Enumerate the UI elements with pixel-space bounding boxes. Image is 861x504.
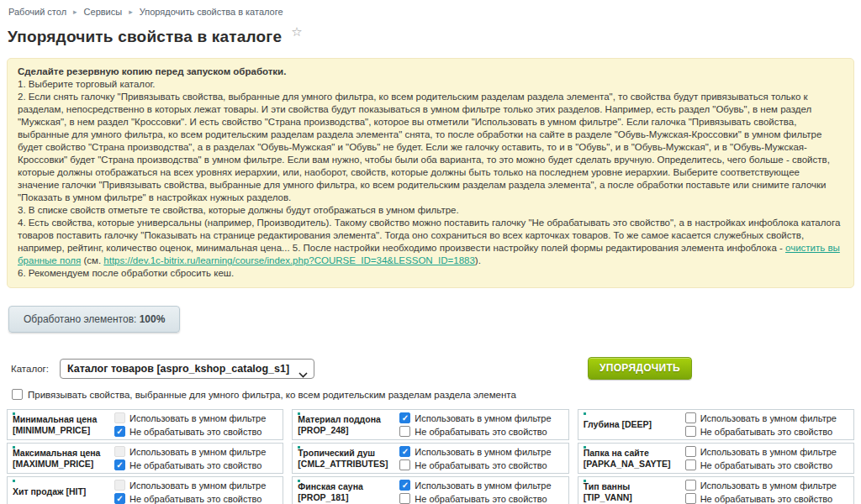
breadcrumb-item-services[interactable]: Сервисы [84,7,123,17]
use-in-filter-label: Использовать в умном фильтре [129,447,266,457]
breadcrumb-item-current[interactable]: Упорядочить свойства в каталоге [140,7,283,17]
property-cell: Тип ванны [TIP_VANN] ✓Использовать в умн… [578,476,854,504]
use-in-filter-checkbox[interactable]: ✓ [685,412,696,423]
checkbox-stack: ✓Использовать в умном фильтре ✓Не обраба… [114,480,266,504]
property-title: Материал поддона [298,414,381,424]
checkbox-stack: ✓Использовать в умном фильтре ✓Не обраба… [685,480,837,504]
use-in-filter-checkbox[interactable]: ✓ [114,446,125,457]
use-in-filter-label: Использовать в умном фильтре [129,480,266,491]
page-title: Упорядочить свойства в каталоге [8,28,282,45]
property-title: Хит продаж [13,486,64,496]
use-in-filter-row[interactable]: ✓Использовать в умном фильтре [114,480,266,491]
property-title: Максимальная цена [13,448,100,458]
property-code: [TIP_VANN] [584,492,632,502]
properties-grid: Минимальная цена [MINIMUM_PRICE] ✓Исполь… [7,409,854,504]
order-button[interactable]: УПОРЯДОЧИТЬ [588,357,692,380]
catalog-select[interactable]: Каталог товаров [aspro_kshop_catalog_s1] [60,359,314,379]
use-in-filter-label: Использовать в умном фильтре [415,413,551,423]
checkbox-stack: ✓Использовать в умном фильтре ✓Не обраба… [114,446,266,470]
step4-text: ). [475,255,481,265]
instruction-step-6: 6. Рекомендуем после обработки сбросить … [18,267,843,280]
skip-property-checkbox[interactable]: ✓ [114,459,125,470]
property-cell: Тропический душ [CML2_ATTRIBUTES] ✓Испол… [292,443,568,474]
use-in-filter-checkbox[interactable]: ✓ [114,412,125,423]
property-cell: Минимальная цена [MINIMUM_PRICE] ✓Исполь… [7,409,283,440]
use-in-filter-checkbox[interactable]: ✓ [399,446,410,457]
property-title: Минимальная цена [13,414,97,424]
use-in-filter-checkbox[interactable]: ✓ [685,480,696,491]
property-dot-icon [298,446,300,449]
breadcrumb-item-desktop[interactable]: Рабочий стол [8,7,66,17]
bind-properties-checkbox-row[interactable]: ✓ Привязывать свойства, выбранные для ум… [12,389,854,400]
checkbox-stack: ✓Использовать в умном фильтре ✓Не обраба… [399,412,551,437]
property-name: Тип ванны [TIP_VANN] [584,481,678,502]
use-in-filter-checkbox[interactable]: ✓ [399,480,410,491]
skip-property-row[interactable]: ✓Не обрабатывать это свойство [114,426,266,437]
favorite-star-icon[interactable]: ☆ [291,24,302,39]
property-code: [MAXIMUM_PRICE] [13,459,93,469]
use-in-filter-row[interactable]: ✓Использовать в умном фильтре [114,446,266,457]
skip-property-checkbox[interactable]: ✓ [114,426,125,437]
checkbox-stack: ✓Использовать в умном фильтре ✓Не обраба… [114,412,266,437]
skip-property-label: Не обрабатывать это свойство [415,460,547,470]
skip-property-checkbox[interactable]: ✓ [114,493,125,504]
skip-property-checkbox[interactable]: ✓ [685,493,696,504]
skip-property-row[interactable]: ✓Не обрабатывать это свойство [685,459,837,470]
property-cell: Папка на сайте [PAPKA_NA_SAYTE] ✓Использ… [578,443,854,474]
skip-property-checkbox[interactable]: ✓ [685,459,696,470]
property-code: [CML2_ATTRIBUTES] [298,459,388,469]
skip-property-checkbox[interactable]: ✓ [399,493,410,504]
title-row: Упорядочить свойства в каталоге☆ [7,24,854,46]
use-in-filter-row[interactable]: ✓Использовать в умном фильтре [114,412,266,423]
property-dot-icon [584,412,586,415]
skip-property-row[interactable]: ✓Не обрабатывать это свойство [114,493,266,504]
bind-properties-checkbox[interactable]: ✓ [12,389,23,400]
use-in-filter-checkbox[interactable]: ✓ [114,480,125,491]
property-cell: Хит продаж [HIT] ✓Использовать в умном ф… [7,476,283,504]
use-in-filter-row[interactable]: ✓Использовать в умном фильтре [399,412,551,423]
checkbox-stack: ✓Использовать в умном фильтре ✓Не обраба… [399,446,551,470]
breadcrumb-separator-icon: ▸ [129,8,133,16]
catalog-select-wrap: Каталог товаров [aspro_kshop_catalog_s1] [60,359,314,379]
skip-property-label: Не обрабатывать это свойство [129,427,261,437]
checkmark-icon: ✓ [116,428,123,436]
property-dot-icon [13,480,15,482]
skip-property-row[interactable]: ✓Не обрабатывать это свойство [399,459,551,470]
property-name: Материал поддона [PROP_248] [298,414,392,435]
breadcrumb: Рабочий стол ▸ Сервисы ▸ Упорядочить сво… [7,7,854,17]
property-dot-icon [13,446,15,449]
skip-property-label: Не обрабатывать это свойство [700,460,832,470]
use-in-filter-row[interactable]: ✓Использовать в умном фильтре [685,480,837,491]
skip-property-row[interactable]: ✓Не обрабатывать это свойство [399,426,551,437]
checkbox-stack: ✓Использовать в умном фильтре ✓Не обраба… [685,446,837,470]
step4-text: 4. Есть свойства, которые универсальны (… [18,218,840,253]
skip-property-row[interactable]: ✓Не обрабатывать это свойство [685,493,837,504]
property-code: [PAPKA_NA_SAYTE] [584,459,671,469]
property-title: Тропический душ [298,448,375,458]
use-in-filter-checkbox[interactable]: ✓ [399,412,410,423]
use-in-filter-row[interactable]: ✓Использовать в умном фильтре [685,412,837,423]
catalog-form-row: Каталог: Каталог товаров [aspro_kshop_ca… [7,357,854,380]
checkbox-stack: ✓Использовать в умном фильтре ✓Не обраба… [685,412,837,437]
skip-property-row[interactable]: ✓Не обрабатывать это свойство [114,459,266,470]
skip-property-checkbox[interactable]: ✓ [399,426,410,437]
catalog-label: Каталог: [11,364,49,374]
skip-property-checkbox[interactable]: ✓ [685,426,696,437]
admin-page: Рабочий стол ▸ Сервисы ▸ Упорядочить сво… [0,0,861,504]
skip-property-row[interactable]: ✓Не обрабатывать это свойство [399,493,551,504]
use-in-filter-row[interactable]: ✓Использовать в умном фильтре [685,446,837,457]
property-dot-icon [298,480,300,482]
property-name: Минимальная цена [MINIMUM_PRICE] [13,414,107,435]
use-in-filter-row[interactable]: ✓Использовать в умном фильтре [399,480,551,491]
skip-property-checkbox[interactable]: ✓ [399,459,410,470]
property-cell: Глубина [DEEP] ✓Использовать в умном фил… [578,409,854,440]
property-title: Тип ванны [584,481,631,491]
instruction-step-1: 1. Выберите торговый каталог. [18,78,843,91]
use-in-filter-label: Использовать в умном фильтре [415,480,551,491]
skip-property-row[interactable]: ✓Не обрабатывать это свойство [685,426,837,437]
course-url-link[interactable]: https://dev.1c-bitrix.ru/learning/course… [103,255,475,265]
property-dot-icon [298,412,300,415]
step4-text: (см. [81,255,103,265]
use-in-filter-row[interactable]: ✓Использовать в умном фильтре [399,446,551,457]
use-in-filter-checkbox[interactable]: ✓ [685,446,696,457]
